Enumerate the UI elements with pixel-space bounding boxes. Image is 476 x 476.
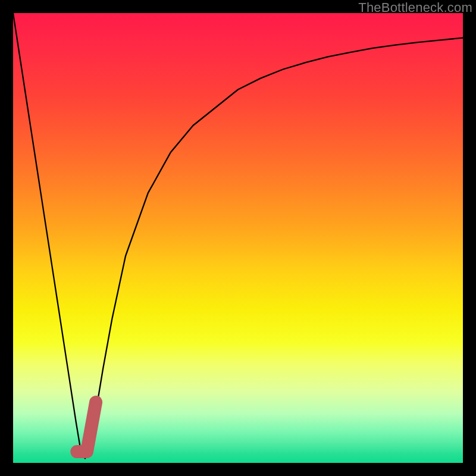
chart-frame: TheBottleneck.com xyxy=(0,0,476,476)
bottleneck-curve xyxy=(13,13,463,458)
watermark-text: TheBottleneck.com xyxy=(358,0,472,15)
chart-svg xyxy=(13,13,463,463)
plot-area xyxy=(13,13,463,463)
